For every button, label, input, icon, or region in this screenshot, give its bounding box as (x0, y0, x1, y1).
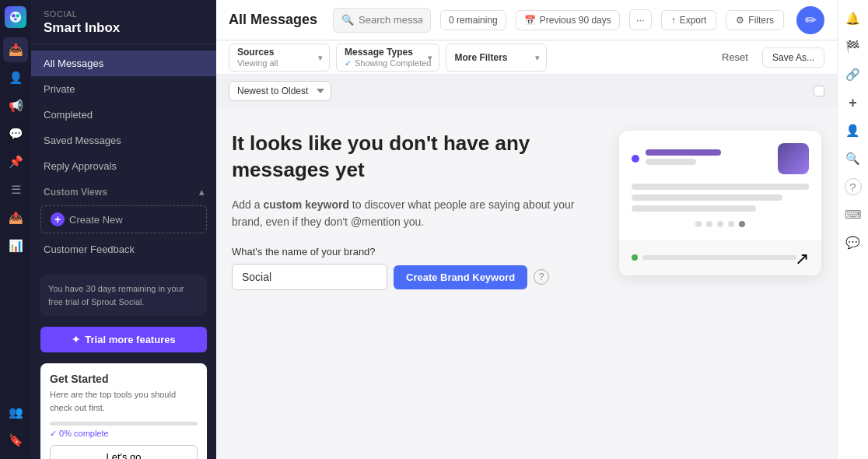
empty-state: It looks like you don't have any message… (232, 123, 821, 298)
preview-footer-line (642, 255, 796, 260)
calendar-icon: 📅 (524, 15, 536, 26)
sidebar-item-label: Customer Feedback (44, 244, 135, 255)
preview-header (632, 143, 809, 174)
topbar: All Messages 🔍 0 remaining 📅 Previous 90… (216, 0, 837, 40)
profile-icon[interactable]: 👤 (3, 65, 28, 90)
empty-description: Add a custom keyword to discover what pe… (232, 196, 588, 231)
brand-form-row: Create Brand Keyword ? (232, 264, 588, 290)
sources-label: Sources (237, 47, 321, 58)
analytics-icon[interactable]: 📊 (3, 233, 28, 258)
preview-nav-dots (632, 221, 809, 227)
flag-icon[interactable]: 🏁 (841, 34, 866, 59)
compose-button[interactable]: ✏ (796, 6, 824, 34)
filters-label: Filters (748, 15, 774, 26)
sidebar-item-completed[interactable]: Completed (31, 102, 216, 128)
preview-content-line (632, 184, 809, 190)
support-chat-icon[interactable]: 💬 (841, 230, 866, 255)
trial-banner: You have 30 days remaining in your free … (40, 275, 207, 316)
lets-go-button[interactable]: Let's go (50, 445, 198, 459)
team-icon[interactable]: 👥 (3, 400, 28, 425)
keyboard-icon[interactable]: ⌨ (841, 202, 866, 227)
search-right-icon[interactable]: 🔍 (841, 146, 866, 171)
send-icon[interactable]: 📤 (3, 205, 28, 230)
preview-content-lines (632, 184, 809, 212)
sidebar-nav: All Messages Private Completed Saved Mes… (31, 44, 216, 268)
preview-nav-dot (728, 221, 734, 227)
sidebar-item-saved-messages[interactable]: Saved Messages (31, 128, 216, 153)
right-icon-rail: 🔔 🏁 🔗 + 👤 🔍 ? ⌨ 💬 (837, 0, 868, 459)
check-icon: ✓ (345, 58, 352, 68)
preview-avatar (778, 143, 809, 174)
create-brand-keyword-button[interactable]: Create Brand Keyword (394, 265, 527, 289)
help-right-icon[interactable]: ? (845, 178, 862, 195)
empty-title: It looks like you don't have any message… (232, 131, 588, 184)
list-icon[interactable]: ☰ (3, 177, 28, 202)
sidebar-title: Smart Inbox (44, 20, 204, 36)
inbox-icon[interactable]: 📥 (3, 37, 28, 62)
get-started-card: Get Started Here are the top tools you s… (40, 363, 207, 459)
cursor-icon: ↗ (795, 249, 809, 269)
get-started-title: Get Started (50, 373, 198, 385)
sidebar-item-private[interactable]: Private (31, 76, 216, 102)
sidebar-item-all-messages[interactable]: All Messages (31, 51, 216, 76)
message-types-label: Message Types (345, 47, 431, 58)
select-all-checkbox[interactable] (814, 86, 824, 96)
trial-text: You have 30 days remaining in your free … (48, 284, 184, 307)
preview-card: ↗ (619, 131, 821, 275)
preview-content-line (632, 194, 782, 201)
add-icon[interactable]: + (841, 90, 866, 115)
more-filters-dropdown[interactable]: More Filters (446, 44, 547, 72)
sources-value: Viewing all (237, 58, 321, 68)
check-icon: ✓ (50, 429, 57, 438)
sidebar-item-label: Saved Messages (44, 135, 121, 146)
search-box[interactable]: 🔍 (333, 8, 431, 33)
sidebar-item-label: Completed (44, 109, 93, 121)
preview-nav-dot (695, 221, 702, 227)
more-options-button[interactable]: ··· (629, 9, 652, 30)
sidebar-item-label: Private (44, 83, 75, 95)
sidebar-section-label: Social (44, 9, 204, 19)
save-as-button[interactable]: Save As... (762, 47, 824, 68)
reset-button[interactable]: Reset (714, 47, 756, 67)
export-button[interactable]: ↑ Export (661, 10, 717, 30)
plus-icon: + (51, 212, 65, 226)
main-content: All Messages 🔍 0 remaining 📅 Previous 90… (216, 0, 837, 459)
lets-go-label: Let's go (106, 451, 141, 459)
page-title: All Messages (229, 12, 317, 28)
search-input[interactable] (359, 14, 422, 26)
filter-bar: Sources Viewing all Message Types ✓ Show… (216, 40, 837, 75)
create-new-button[interactable]: + Create New (40, 205, 207, 233)
message-types-dropdown[interactable]: Message Types ✓ Showing Completed (336, 44, 439, 72)
app-logo[interactable] (5, 6, 26, 28)
publish-icon[interactable]: 📢 (3, 93, 28, 118)
svg-point-2 (16, 14, 19, 18)
link-icon[interactable]: 🔗 (841, 62, 866, 87)
remaining-badge: 0 remaining (440, 10, 506, 30)
brand-name-input[interactable] (232, 264, 387, 290)
export-icon: ↑ (671, 15, 676, 26)
custom-views-header: Custom Views ▴ (31, 179, 216, 202)
preview-inner (619, 131, 821, 240)
brand-form-label: What's the name of your brand? (232, 246, 588, 258)
date-range-button[interactable]: 📅 Previous 90 days (516, 10, 620, 30)
preview-avatar-inner (778, 143, 809, 174)
filters-button[interactable]: ⚙ Filters (726, 10, 784, 30)
svg-point-0 (10, 12, 21, 23)
engage-icon[interactable]: 💬 (3, 121, 28, 146)
preview-nav-dot-active (739, 221, 745, 227)
sidebar-item-customer-feedback[interactable]: Customer Feedback (31, 237, 216, 262)
bookmark-rail-icon[interactable]: 🔖 (3, 428, 28, 453)
notification-icon[interactable]: 🔔 (841, 6, 866, 31)
add-user-icon[interactable]: 👤 (841, 118, 866, 143)
trial-more-features-button[interactable]: ✦ Trial more features (40, 327, 207, 352)
sort-dropdown[interactable]: Newest to Oldest Oldest to Newest (229, 81, 331, 101)
chevron-up-icon: ▴ (199, 187, 204, 198)
brand-form: What's the name of your brand? Create Br… (232, 246, 588, 290)
progress-bar-bg (50, 422, 198, 426)
sidebar-item-reply-approvals[interactable]: Reply Approvals (31, 153, 216, 179)
pin-icon[interactable]: 📌 (3, 149, 28, 174)
more-icon: ··· (636, 14, 645, 26)
help-icon[interactable]: ? (534, 269, 549, 285)
sources-dropdown[interactable]: Sources Viewing all (229, 44, 330, 72)
preview-footer-dot (632, 254, 638, 261)
